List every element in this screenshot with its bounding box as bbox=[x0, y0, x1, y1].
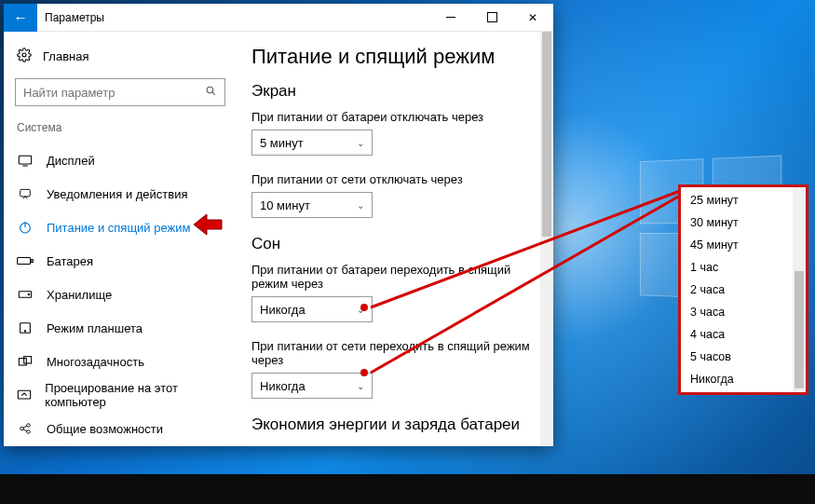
power-icon bbox=[17, 220, 34, 235]
svg-line-20 bbox=[23, 426, 27, 428]
dropdown-option[interactable]: 5 часов bbox=[681, 346, 793, 368]
sidebar-item-projecting[interactable]: Проецирование на этот компьютер bbox=[4, 378, 237, 412]
settings-window: ← Параметры ✕ Главная Система bbox=[4, 4, 553, 446]
svg-point-18 bbox=[27, 424, 31, 428]
sleep-battery-select[interactable]: Никогда ⌄ bbox=[251, 296, 373, 322]
sidebar-item-label: Общие возможности bbox=[47, 422, 163, 436]
chevron-down-icon: ⌄ bbox=[357, 138, 364, 148]
screen-ac-value: 10 минут bbox=[260, 198, 310, 212]
dropdown-option[interactable]: 30 минут bbox=[681, 211, 793, 234]
sidebar-item-display[interactable]: Дисплей bbox=[4, 143, 237, 177]
sidebar-item-label: Режим планшета bbox=[47, 321, 143, 335]
screen-battery-label: При питании от батареи отключать через bbox=[251, 110, 537, 124]
svg-point-1 bbox=[207, 87, 213, 93]
svg-rect-8 bbox=[18, 258, 31, 265]
close-button[interactable]: ✕ bbox=[512, 4, 553, 32]
sidebar-home[interactable]: Главная bbox=[4, 39, 237, 73]
sleep-battery-value: Никогда bbox=[260, 303, 306, 317]
svg-rect-5 bbox=[20, 189, 31, 197]
sidebar: Главная Система Дисплей Уведомления и де… bbox=[4, 32, 237, 446]
chevron-down-icon: ⌄ bbox=[357, 200, 364, 211]
chevron-down-icon: ⌄ bbox=[357, 381, 364, 391]
search-icon bbox=[205, 85, 217, 100]
sleep-ac-label: При питании от сети переходить в спящий … bbox=[251, 339, 537, 367]
minimize-button[interactable] bbox=[430, 4, 471, 32]
sleep-ac-value: Никогда bbox=[260, 379, 306, 393]
content-scrollbar[interactable] bbox=[540, 32, 553, 446]
dropdown-option[interactable]: 25 минут bbox=[681, 189, 793, 211]
svg-point-0 bbox=[22, 53, 26, 57]
sidebar-item-label: Хранилище bbox=[47, 288, 112, 302]
search-box[interactable] bbox=[15, 78, 225, 106]
display-icon bbox=[17, 154, 34, 167]
saving-heading: Экономия энергии и заряда батареи bbox=[251, 415, 537, 434]
screen-battery-select[interactable]: 5 минут ⌄ bbox=[251, 129, 373, 156]
maximize-button[interactable] bbox=[471, 4, 512, 32]
sidebar-item-label: Батарея bbox=[47, 254, 93, 268]
taskbar[interactable] bbox=[0, 474, 815, 504]
titlebar: ← Параметры ✕ bbox=[4, 4, 553, 32]
share-icon bbox=[17, 422, 34, 435]
dropdown-option[interactable]: 3 часа bbox=[681, 301, 793, 323]
chevron-down-icon: ⌄ bbox=[357, 305, 364, 315]
dropdown-popup: 25 минут 30 минут 45 минут 1 час 2 часа … bbox=[678, 184, 808, 395]
projecting-icon bbox=[17, 388, 32, 402]
sleep-ac-select[interactable]: Никогда ⌄ bbox=[251, 373, 373, 399]
screen-ac-select[interactable]: 10 минут ⌄ bbox=[251, 192, 373, 218]
svg-rect-9 bbox=[31, 260, 33, 263]
dropdown-option[interactable]: 1 час bbox=[681, 256, 793, 279]
content-pane: Питание и спящий режим Экран При питании… bbox=[237, 32, 553, 446]
sidebar-item-label: Питание и спящий режим bbox=[47, 221, 190, 235]
battery-icon bbox=[17, 255, 34, 266]
svg-point-17 bbox=[20, 427, 24, 430]
dropdown-option[interactable]: 4 часа bbox=[681, 323, 793, 346]
page-title: Питание и спящий режим bbox=[251, 45, 537, 69]
window-title: Параметры bbox=[37, 11, 430, 24]
annotation-arrow-icon bbox=[192, 212, 224, 237]
svg-point-11 bbox=[28, 293, 30, 295]
sidebar-item-shared-experiences[interactable]: Общие возможности bbox=[4, 412, 237, 439]
sidebar-item-multitasking[interactable]: Многозадачность bbox=[4, 345, 237, 378]
arrow-left-icon: ← bbox=[14, 9, 28, 25]
dropdown-option[interactable]: Никогда bbox=[681, 368, 793, 390]
sidebar-item-notifications[interactable]: Уведомления и действия bbox=[4, 177, 237, 211]
svg-rect-14 bbox=[19, 359, 26, 365]
screen-ac-label: При питании от сети отключать через bbox=[251, 172, 537, 186]
svg-rect-16 bbox=[18, 390, 30, 399]
tablet-icon bbox=[17, 321, 34, 334]
svg-rect-15 bbox=[24, 357, 32, 363]
gear-icon bbox=[17, 48, 32, 65]
scrollbar-thumb[interactable] bbox=[542, 32, 551, 237]
search-input[interactable] bbox=[23, 86, 205, 100]
svg-point-13 bbox=[24, 331, 25, 332]
svg-rect-3 bbox=[19, 156, 31, 164]
screen-heading: Экран bbox=[251, 82, 537, 101]
multitasking-icon bbox=[17, 355, 34, 368]
sidebar-item-label: Дисплей bbox=[47, 154, 95, 168]
svg-line-21 bbox=[23, 429, 27, 431]
sidebar-item-battery[interactable]: Батарея bbox=[4, 244, 237, 278]
sidebar-item-label: Многозадачность bbox=[47, 355, 144, 369]
screen-battery-value: 5 минут bbox=[260, 136, 304, 150]
sidebar-item-label: Проецирование на этот компьютер bbox=[45, 381, 224, 409]
sidebar-item-storage[interactable]: Хранилище bbox=[4, 278, 237, 311]
dropdown-option[interactable]: 45 минут bbox=[681, 234, 793, 256]
dropdown-scrollbar[interactable] bbox=[793, 187, 806, 392]
sleep-heading: Сон bbox=[251, 235, 537, 253]
dropdown-list: 25 минут 30 минут 45 минут 1 час 2 часа … bbox=[681, 187, 793, 392]
back-button[interactable]: ← bbox=[4, 4, 37, 32]
sidebar-item-label: Уведомления и действия bbox=[47, 187, 188, 201]
home-label: Главная bbox=[43, 49, 88, 63]
dropdown-option[interactable]: 2 часа bbox=[681, 279, 793, 301]
storage-icon bbox=[17, 289, 34, 300]
svg-line-2 bbox=[212, 92, 215, 95]
sidebar-item-tablet-mode[interactable]: Режим планшета bbox=[4, 311, 237, 345]
sleep-battery-label: При питании от батареи переходить в спящ… bbox=[251, 263, 537, 291]
section-label: Система bbox=[4, 116, 237, 143]
scrollbar-thumb[interactable] bbox=[795, 271, 804, 388]
svg-point-19 bbox=[27, 430, 31, 434]
notification-icon bbox=[17, 187, 34, 200]
